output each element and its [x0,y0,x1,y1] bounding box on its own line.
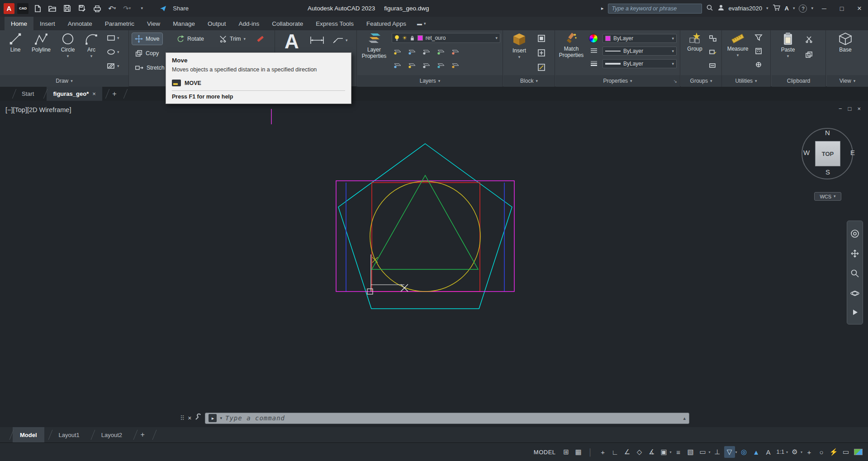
tab-manage[interactable]: Manage [166,17,201,30]
tab-featured-apps[interactable]: Featured Apps [360,17,413,30]
gizmo-icon[interactable]: ◎ [739,446,749,458]
layer-unlock-icon[interactable] [410,35,415,41]
base-view-button[interactable]: Base [833,30,858,53]
layer-match-button[interactable] [451,47,460,56]
share-button[interactable]: Share [173,5,189,12]
tab-layout2[interactable]: Layout2 [94,427,129,442]
circle-flyout-icon[interactable]: ▾ [67,54,69,58]
write-block-button[interactable] [537,48,546,57]
object-snap-icon[interactable]: ▣ [659,446,669,458]
tab-collaborate[interactable]: Collaborate [266,17,309,30]
text-button[interactable]: A [280,30,304,52]
viewport-close-icon[interactable]: × [857,105,861,112]
tab-parametric[interactable]: Parametric [99,17,141,30]
user-menu-chevron-icon[interactable]: ▾ [766,6,768,10]
cut-clip-button[interactable] [805,36,813,43]
group-button[interactable]: Group [683,30,706,52]
polyline-button[interactable]: Polyline [28,30,54,53]
show-motion-icon[interactable] [851,309,859,316]
autodesk-point-icon[interactable]: A [785,5,789,12]
quick-select-button[interactable] [754,34,763,41]
properties-dialog-launcher-icon[interactable]: ↘ [674,79,677,84]
color-wheel-button[interactable] [589,34,598,43]
properties-panel-label[interactable]: Properties▾↘ [555,75,680,87]
layer-thaw-sun-icon[interactable]: ☀ [402,35,407,41]
move-button[interactable]: Move [132,33,162,45]
viewcube-west[interactable]: W [803,149,810,156]
tab-output[interactable]: Output [201,17,232,30]
rectangle-button[interactable]: ▾ [107,34,119,42]
tab-home[interactable]: Home [5,17,33,30]
arc-button[interactable]: Arc ▾ [81,30,101,58]
layer-color-swatch[interactable] [417,35,423,41]
dimension-button[interactable] [309,36,325,45]
match-properties-button[interactable]: Match Properties [558,30,584,59]
new-layout-button[interactable]: + [137,427,148,442]
command-customize-wrench-icon[interactable] [194,414,202,423]
measure-flyout-icon[interactable]: ▾ [737,53,739,57]
autoscale-icon[interactable]: A [763,446,774,458]
grid-display-icon[interactable]: ⊞ [561,446,572,458]
minimize-window-button[interactable]: ─ [817,3,831,14]
file-tab-close-icon[interactable]: × [92,90,96,97]
tab-model[interactable]: Model [13,427,44,442]
command-close-icon[interactable]: × [188,414,191,422]
tab-layout1[interactable]: Layout1 [52,427,87,442]
zoom-icon[interactable] [850,269,859,278]
viewcube-north[interactable]: N [825,129,830,136]
arc-flyout-icon[interactable]: ▾ [90,54,93,58]
groups-panel-label[interactable]: Groups▾ [681,75,721,87]
group-edit-button[interactable] [709,48,717,56]
new-file-button[interactable] [31,3,43,14]
copy-button[interactable]: Copy [132,47,161,59]
isometric-drafting-icon[interactable]: ◇ [634,446,645,458]
command-drag-handle[interactable]: ⠿ [180,414,185,422]
layer-prev-button[interactable] [407,61,416,69]
lineweight-combo[interactable]: ByLayer ▾ [602,59,677,68]
app-store-cart-icon[interactable] [773,4,781,13]
tab-annotate[interactable]: Annotate [62,17,99,30]
create-block-button[interactable] [537,34,546,43]
linetype-combo[interactable]: ByLayer ▾ [602,47,677,56]
erase-button[interactable] [255,34,265,43]
clean-screen-icon[interactable]: ▭ [840,446,851,458]
search-input[interactable] [608,4,702,14]
viewcube-east[interactable]: E [850,149,855,156]
object-color-combo[interactable]: ByLayer ▾ [602,34,677,43]
measure-button[interactable]: Measure ▾ [725,30,751,57]
full-navigation-wheel-icon[interactable] [850,229,859,238]
autocad-logo-icon[interactable]: A [4,3,14,14]
annotation-scale-label[interactable]: 1:1 [775,449,786,455]
redo-button[interactable]: ↷▾ [121,3,133,14]
username-label[interactable]: evafrias2020 [729,5,762,12]
layer-properties-button[interactable]: Layer Properties [360,30,388,60]
customization-palette-icon[interactable] [853,446,863,458]
trim-flyout-icon[interactable]: ▾ [244,37,246,41]
selection-cycling-icon[interactable]: ▭ [697,446,708,458]
viewport-restore-icon[interactable]: □ [848,105,852,112]
help-icon[interactable]: ? [799,5,807,13]
snap-mode-icon[interactable]: ▦ [573,446,584,458]
quick-calc-button[interactable] [754,47,763,55]
wcs-menu[interactable]: WCS▾ [814,192,841,201]
layer-off-button[interactable] [393,47,402,56]
layer-state-button[interactable] [451,61,460,69]
graphics-performance-icon[interactable]: ⚡ [828,446,839,458]
workspace-switching-icon[interactable]: ⚙ [789,446,800,458]
layer-make-current-button[interactable] [393,61,402,69]
open-file-button[interactable] [46,3,58,14]
ribbon-display-toggle[interactable]: ▬▾ [413,17,431,30]
layer-combo-chevron-icon[interactable]: ▾ [495,36,498,40]
file-tab-start[interactable]: Start [15,87,40,101]
layer-freeze-button[interactable] [422,47,431,56]
insert-flyout-icon[interactable]: ▾ [518,55,521,59]
maximize-window-button[interactable]: □ [835,3,849,14]
autodesk-point-chevron-icon[interactable]: ▾ [793,6,795,10]
ortho-mode-icon[interactable]: ∟ [610,446,621,458]
command-prompt-icon[interactable]: ▸ [209,414,217,422]
layer-unisolate-button[interactable] [422,61,431,69]
layer-walk-button[interactable] [436,61,445,69]
tab-express-tools[interactable]: Express Tools [309,17,360,30]
collapse-icon[interactable]: ▸ [601,6,604,11]
paste-flyout-icon[interactable]: ▾ [787,54,789,58]
